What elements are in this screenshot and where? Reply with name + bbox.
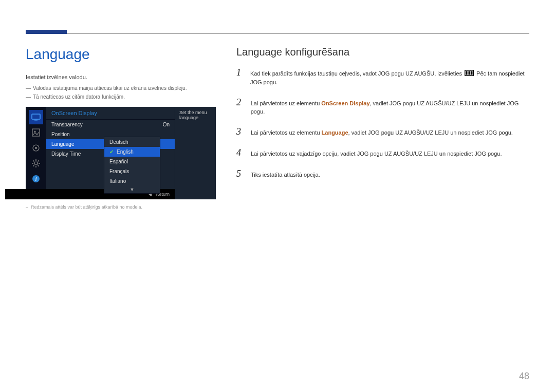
svg-line-14 [38,160,39,161]
svg-text:i: i [35,176,36,182]
section-title-config: Language konfigurēšana [236,46,529,58]
osd-sub-english: ✔English [104,147,160,157]
osd-header: OnScreen Display [46,107,175,120]
svg-line-11 [33,160,34,161]
section-title-language: Language [26,46,216,63]
step-number: 5 [236,169,244,179]
svg-point-6 [34,162,38,165]
check-icon: ✔ [109,149,114,155]
osd-sidebar: i [26,107,46,199]
osd-row-value: On [163,122,170,127]
header-accent [26,30,67,34]
osd-row-label: Display Time [51,151,81,157]
note-2: Tā neattiecas uz citām datora funkcijām. [26,94,216,100]
osd-row-transparency: Transparency On [46,120,175,129]
osd-language-submenu: Deutsch ✔English Español Français Italia… [104,137,160,194]
step-number: 2 [236,97,244,108]
step-number: 3 [236,126,244,137]
step-text: Lai pārvietotos uz elementu OnScreen Dis… [251,99,529,116]
osd-row-label: Transparency [51,122,83,127]
svg-point-5 [35,147,37,149]
step-text-post: , vadiet JOG pogu UZ AUGŠU/UZ LEJU un no… [348,129,513,136]
osd-sub-francais: Français [104,166,160,176]
step-number: 4 [236,147,244,158]
osd-row-label: Language [51,141,75,147]
gear-icon [29,156,43,171]
osd-sub-label: Deutsch [109,139,128,145]
step-2: 2 Lai pārvietotos uz elementu OnScreen D… [236,97,529,116]
step-3: 3 Lai pārvietotos uz elementu Language, … [236,126,529,137]
step-text-pre: Kad tiek parādīts funkcijas taustiņu ceļ… [250,70,464,77]
osd-sub-label: Español [109,159,128,164]
step-text-pre: Lai pārvietotos uz elementu [251,129,322,136]
osd-screenshot: i OnScreen Display Transparency On Posit… [26,107,216,199]
page-number: 48 [519,371,529,382]
svg-line-13 [33,165,34,166]
svg-point-3 [34,131,36,133]
step-text: Lai pārvietotos uz vajadzīgo opciju, vad… [251,150,502,158]
osd-sub-espanol: Español [104,157,160,166]
osd-sub-label: Italiano [109,178,126,184]
target-icon [29,141,43,155]
svg-rect-1 [34,120,38,121]
svg-rect-0 [32,114,40,119]
step-number: 1 [236,67,243,78]
osd-sub-italiano: Italiano [104,176,160,186]
header-rule [26,33,529,34]
svg-line-12 [38,165,39,166]
info-icon: i [29,172,43,186]
image-disclaimer: Redzamais attēls var būt atšķirīgs atkar… [26,204,216,210]
step-text: Lai pārvietotos uz elementu Language, va… [251,128,513,137]
monitor-icon [29,110,43,124]
osd-main-panel: OnScreen Display Transparency On Positio… [46,107,175,199]
osd-sub-label: Français [109,169,129,174]
osd-row-label: Position [51,132,70,137]
chevron-down-icon: ▼ [104,186,160,193]
step-text: Kad tiek parādīts funkcijas taustiņu ceļ… [250,69,529,87]
step-text: Tiks iestatīta atlasītā opcija. [251,171,320,179]
menu-icon [465,70,474,79]
osd-help-panel: Set the menu language. [175,107,216,199]
step-text-bold: Language [322,129,348,136]
note-1: Valodas iestatījuma maiņa attiecas tikai… [26,85,216,91]
osd-sub-deutsch: Deutsch [104,137,160,147]
step-5: 5 Tiks iestatīta atlasītā opcija. [236,169,529,179]
step-1: 1 Kad tiek parādīts funkcijas taustiņu c… [236,67,529,87]
osd-sub-label: English [117,149,134,155]
step-4: 4 Lai pārvietotos uz vajadzīgo opciju, v… [236,147,529,158]
step-text-bold: OnScreen Display [321,100,369,106]
intro-text: Iestatiet izvēlnes valodu. [26,74,216,80]
step-text-pre: Lai pārvietotos uz elementu [251,100,322,106]
picture-icon [29,125,43,140]
